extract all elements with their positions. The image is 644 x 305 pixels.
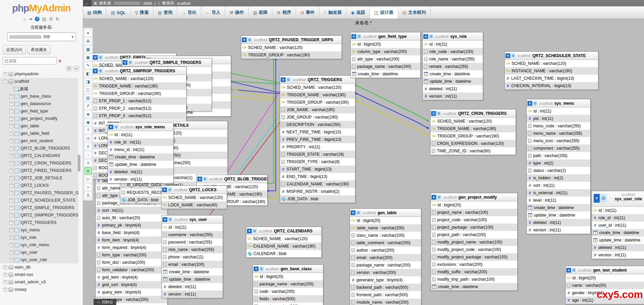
tree-expander-icon[interactable]: + [9,236,13,239]
field-row-id[interactable]: id : int(11) [527,107,590,115]
table-options-gear-icon[interactable]: ⚙ [600,194,607,203]
field-row-update_time[interactable]: 1update_time : datetime [592,236,644,244]
select-checkbox-icon[interactable]: v [242,37,247,42]
field-row-INSTANCE_NAME[interactable]: INSTANCE_NAME : varchar(190) [505,67,598,75]
select-checkbox-icon[interactable]: v [197,177,202,181]
field-row-project_package[interactable]: project_package : varchar(100) [431,224,517,231]
save-icon[interactable]: ◧ [84,70,92,77]
add-table-icon[interactable]: ▦ [84,46,92,53]
sidebar-item-sys_user_role[interactable]: +sys_user_role [0,256,78,263]
field-row-user_id[interactable]: #user_id : int(11) [592,222,644,229]
tree-expander-icon[interactable]: + [9,191,13,195]
tree-expander-icon[interactable]: + [9,206,13,210]
field-row-CALENDAR_NAME[interactable]: CALENDAR_NAME : varchar(190) [246,243,321,250]
field-row-role_id[interactable]: #role_id : int(11) [108,138,173,146]
field-row-grid_sort[interactable]: #grid_sort : tinyint(4) [96,281,167,288]
field-row-SCHED_NAME[interactable]: SCHED_NAME : varchar(120) [241,44,342,51]
field-row-SCHED_NAME[interactable]: SCHED_NAME : varchar(120) [505,60,598,67]
field-row-END_TIME[interactable]: #END_TIME : bigint(13) [280,173,355,180]
field-row-primary_pk[interactable]: #primary_pk : tinyint(4) [96,222,167,229]
field-row-LOCK_NAME[interactable]: LOCK_NAME : varchar(40) [162,201,227,209]
tab-结构[interactable]: ▦结构 [83,6,106,19]
field-row-create_time[interactable]: 1create_time : datetime [108,153,173,161]
tree-filter-input[interactable] [3,57,57,65]
table-options-gear-icon[interactable]: ⚙ [356,210,361,215]
field-row-START_TIME[interactable]: #START_TIME : bigint(13) [280,166,355,173]
sidebar-item-QRTZ_SIMPROP_TRIGGERS[interactable]: +QRTZ_SIMPROP_TRIGGERS [0,211,78,219]
table-options-gear-icon[interactable]: ⚙ [167,187,172,192]
field-row-TRIGGER_TYPE[interactable]: TRIGGER_TYPE : varchar(8) [280,158,355,166]
select-checkbox-icon[interactable]: v [594,194,600,203]
table-header[interactable]: v⚙scaffoldQRTZ_BLOB_TRIGGERS [197,175,267,183]
tree-expander-icon[interactable]: + [9,169,13,173]
table-card-QRTZ_CALENDARS[interactable]: v⚙scaffoldQRTZ_CALENDARSSCHED_NAME : var… [246,227,322,258]
field-row-id[interactable]: id : int(11) [423,41,483,48]
field-row-menu_code[interactable]: menu_code : varchar(255) [527,122,590,130]
field-row-create_time[interactable]: 1create_time : datetime [592,229,644,236]
select-checkbox-icon[interactable]: v [431,195,436,200]
sidebar-item-gen_datasource[interactable]: +gen_datasource [0,100,78,107]
table-header[interactable]: v⚙scaffoldQRTZ_TRIGGERS [280,76,355,84]
table-card-QRTZ_SCHEDULER_STATE[interactable]: v⚙scaffoldQRTZ_SCHEDULER_STATESCHED_NAME… [504,51,598,90]
field-row-deleted[interactable]: #deleted : int(11) [162,283,223,290]
field-row-TRIGGER_GROUP[interactable]: TRIGGER_GROUP : varchar(190) [280,99,355,106]
field-row-email[interactable]: email : varchar(100) [162,261,223,268]
field-row-form_item[interactable]: #form_item : tinyint(4) [96,236,167,244]
filter-clear-button[interactable]: x [59,58,61,63]
field-row-grid_item[interactable]: #grid_item : tinyint(4) [96,274,167,281]
field-row-modify_suffix[interactable]: modify_suffix : varchar(200) [431,268,517,276]
field-row-remark[interactable]: remark : varchar(255) [423,63,483,70]
phpmyadmin-logo[interactable]: phpMyAdmin [0,3,83,14]
field-row-id[interactable]: id : int(11) [108,131,173,138]
arrow-down-icon[interactable]: ↓ [84,151,92,158]
field-row-version[interactable]: #version : int(11) [423,93,483,100]
table-header[interactable]: v⚙scaffoldQRTZ_CALENDARS [246,227,321,235]
field-row-deleted[interactable]: #deleted : int(11) [527,219,590,226]
help-icon[interactable]: ? [35,17,40,21]
tree-expander-icon[interactable]: + [9,154,13,158]
select-checkbox-icon[interactable]: v [247,229,252,233]
tree-expander-icon[interactable]: + [9,161,13,165]
tree-expander-icon[interactable]: + [9,258,13,262]
field-row-update_time[interactable]: 1update_time : datetime [423,78,483,85]
table-options-gear-icon[interactable]: ⚙ [511,53,516,58]
field-row-form_dict[interactable]: form_dict : varchar(200) [96,259,167,266]
sidebar-item-gen_field_type[interactable]: +gen_field_type [0,107,78,115]
table-options-gear-icon[interactable]: ⚙ [436,111,441,116]
field-row-STR_PROP_2[interactable]: STR_PROP_2 : varchar(512) [92,105,186,112]
table-header[interactable]: v⚙scaffoldsys_role_menu [108,123,173,131]
tree-expander-icon[interactable]: + [9,228,13,232]
table-header[interactable]: v⚙scaffoldQRTZ_SCHEDULER_STATE [505,52,598,60]
field-row-table_name[interactable]: table_name : varchar(200) [350,224,421,232]
field-row-id[interactable]: id : bigint(20) [431,201,517,209]
select-checkbox-icon[interactable]: v [527,101,532,106]
table-header[interactable]: v⚙scaffoldsys_user_role [592,191,644,207]
console-toggle[interactable]: ▭ 控制台 [94,299,116,305]
table-options-gear-icon[interactable]: ⚙ [247,37,252,42]
tree-expander-icon[interactable]: + [9,176,13,180]
field-row-id[interactable]: id : bigint(20) [253,273,323,280]
table-header[interactable]: v⚙scaffoldQRTZ_LOCKS [162,186,227,194]
table-card-QRTZ_PAUSED_TRIGGER_GRPS[interactable]: v⚙scaffoldQRTZ_PAUSED_TRIGGER_GRPSSCHED_… [241,35,342,59]
field-row-update_time[interactable]: 1update_time : datetime [527,211,590,219]
sidebar-item-QRTZ_BLOB_TRIGGERS[interactable]: +QRTZ_BLOB_TRIGGERS [0,145,78,152]
tree-expander-icon[interactable]: + [9,139,13,143]
table-card-sys_role_menu[interactable]: v⚙scaffoldsys_role_menuid : int(11)#role… [107,123,174,183]
field-row-backend_path[interactable]: backend_path : varchar(500) [350,284,421,291]
field-row-form_validator[interactable]: form_validator : varchar(200) [96,266,167,274]
sidebar-item-QRTZ_JOB_DETAILS[interactable]: +QRTZ_JOB_DETAILS [0,174,78,182]
field-row-name[interactable]: name : varchar(50) [566,282,644,289]
field-row-table_comment[interactable]: table_comment : varchar(200) [350,239,421,247]
field-row-remark[interactable]: remark : varchar(200) [253,303,323,305]
field-row-TRIGGER_GROUP[interactable]: TRIGGER_GROUP : varchar(190) [430,132,516,140]
tree-expander-icon[interactable]: + [9,124,13,128]
tree-expander-icon[interactable]: + [3,288,7,291]
select-checkbox-icon[interactable]: v [93,69,98,73]
field-row-version[interactable]: #version : int(11) [162,290,223,298]
field-row-auto_fill[interactable]: auto_fill : varchar(20) [96,214,167,222]
field-row-phone[interactable]: phone : varchar(11) [162,253,223,261]
field-row-modify_project_name[interactable]: modify_project_name : varchar(100) [431,238,517,246]
table-card-QRTZ_LOCKS[interactable]: v⚙scaffoldQRTZ_LOCKSSCHED_NAME : varchar… [161,185,227,209]
select-checkbox-icon[interactable]: v [281,77,286,82]
field-row-TRIGGER_STATE[interactable]: TRIGGER_STATE : varchar(16) [280,151,355,158]
